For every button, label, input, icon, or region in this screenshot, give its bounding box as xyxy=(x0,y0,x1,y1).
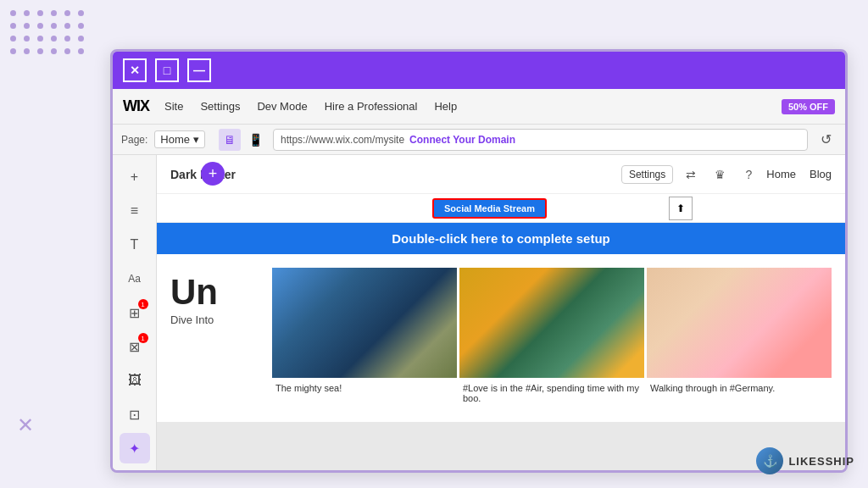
decorative-dots-tl xyxy=(8,8,86,56)
hero-section: Un Dive Into The mighty sea! #Love is in… xyxy=(157,254,845,422)
title-bar: ✕ □ — xyxy=(113,52,845,89)
social-stream-badge[interactable]: Social Media Stream xyxy=(432,198,547,219)
photo-sea xyxy=(272,268,457,378)
device-icons: 🖥 📱 xyxy=(219,129,266,151)
social-stream-bar: Social Media Stream ⬆ xyxy=(157,194,845,223)
sidebar-grid-button[interactable]: ⊡ xyxy=(120,399,150,430)
likesship-text: LIKESSHIP xyxy=(788,455,854,468)
sidebar-apps-button[interactable]: ⊞ 1 xyxy=(120,297,150,328)
upgrade-badge[interactable]: 50% OFF xyxy=(782,99,835,114)
nav-settings[interactable]: Settings xyxy=(192,89,248,125)
help-circle-icon[interactable]: ? xyxy=(737,164,760,186)
page-label: Page: xyxy=(121,134,147,146)
sidebar-add-button[interactable]: + xyxy=(120,162,150,192)
hero-text: Un Dive Into xyxy=(170,268,272,408)
swap-icon[interactable]: ⇄ xyxy=(680,164,702,186)
likesship-icon: ⚓ xyxy=(756,447,783,474)
photo-caption-beach: Walking through in #Germany. xyxy=(647,378,832,398)
site-nav: Home Blog xyxy=(766,168,832,180)
close-button[interactable]: ✕ xyxy=(123,58,147,82)
plus-icon: + xyxy=(131,169,138,185)
photo-beach xyxy=(647,268,832,378)
apps-badge: 1 xyxy=(138,299,148,309)
upload-icon[interactable]: ⬆ xyxy=(669,197,693,220)
sidebar-media-button[interactable]: 🖼 xyxy=(120,365,150,396)
mobile-icon[interactable]: 📱 xyxy=(244,129,266,151)
sidebar-magic-button[interactable]: ✦ xyxy=(120,433,150,463)
site-nav-blog[interactable]: Blog xyxy=(810,168,832,180)
left-sidebar: + ≡ T Aa ⊞ 1 ⊠ 1 🖼 ⊡ xyxy=(113,155,157,470)
photo-cell-couple: #Love is in the #Air, spending time with… xyxy=(459,268,644,408)
hero-subtitle: Dive Into xyxy=(170,313,262,326)
minimize-button[interactable]: — xyxy=(187,58,211,82)
photo-grid: The mighty sea! #Love is in the #Air, sp… xyxy=(272,268,832,408)
maximize-button[interactable]: □ xyxy=(155,58,179,82)
magic-icon: ✦ xyxy=(129,441,140,457)
desktop-icon[interactable]: 🖥 xyxy=(219,129,241,151)
sidebar-text-button[interactable]: T xyxy=(120,230,150,260)
sidebar-fonts-button[interactable]: Aa xyxy=(120,263,150,294)
photo-caption-couple: #Love is in the #Air, spending time with… xyxy=(459,378,644,408)
wix-editor-window: ✕ □ — WIX Site Settings Dev Mode Hire a … xyxy=(110,49,848,473)
site-nav-home[interactable]: Home xyxy=(766,168,796,180)
nav-site[interactable]: Site xyxy=(156,89,192,125)
photo-couple xyxy=(459,268,644,378)
setup-bar[interactable]: Double-click here to complete setup xyxy=(157,223,845,254)
canvas-area: + Dark Matter Settings ⇄ ♛ ? Home Blog S… xyxy=(157,155,845,470)
integrations-badge: 1 xyxy=(138,333,148,343)
editor-area: + ≡ T Aa ⊞ 1 ⊠ 1 🖼 ⊡ xyxy=(113,155,845,470)
nav-devmode[interactable]: Dev Mode xyxy=(248,89,315,125)
page-selector[interactable]: Home ▾ xyxy=(154,130,205,148)
refresh-button[interactable]: ↺ xyxy=(815,129,837,151)
fonts-icon: Aa xyxy=(128,273,141,285)
address-bar-row: Page: Home ▾ 🖥 📱 https://www.wix.com/mys… xyxy=(113,125,845,155)
site-settings-button[interactable]: Settings xyxy=(621,165,673,184)
hero-title: Un xyxy=(170,274,262,310)
grid-icon: ⊡ xyxy=(129,407,140,423)
likesship-logo: ⚓ LIKESSHIP xyxy=(756,447,854,474)
nav-help[interactable]: Help xyxy=(426,89,465,125)
page-name: Home xyxy=(160,133,190,146)
url-text: https://www.wix.com/mysite xyxy=(281,134,404,146)
crown-icon[interactable]: ♛ xyxy=(709,164,731,186)
layers-icon: ≡ xyxy=(131,203,138,219)
chevron-down-icon: ▾ xyxy=(193,133,199,146)
connect-domain-link[interactable]: Connect Your Domain xyxy=(409,134,515,146)
sidebar-integrations-button[interactable]: ⊠ 1 xyxy=(120,331,150,362)
add-element-button[interactable]: + xyxy=(201,162,225,186)
decorative-cross: ✕ xyxy=(17,413,34,437)
sidebar-layers-button[interactable]: ≡ xyxy=(120,196,150,226)
text-icon: T xyxy=(131,237,139,252)
photo-cell-beach: Walking through in #Germany. xyxy=(647,268,832,408)
wix-logo: WIX xyxy=(123,97,149,115)
wix-toolbar: WIX Site Settings Dev Mode Hire a Profes… xyxy=(113,89,845,125)
photo-caption-sea: The mighty sea! xyxy=(272,378,457,398)
site-header: Dark Matter Settings ⇄ ♛ ? Home Blog xyxy=(157,155,845,194)
photo-cell-sea: The mighty sea! xyxy=(272,268,457,408)
url-bar[interactable]: https://www.wix.com/mysite Connect Your … xyxy=(273,129,808,151)
media-icon: 🖼 xyxy=(128,373,142,388)
nav-hire-professional[interactable]: Hire a Professional xyxy=(316,89,426,125)
